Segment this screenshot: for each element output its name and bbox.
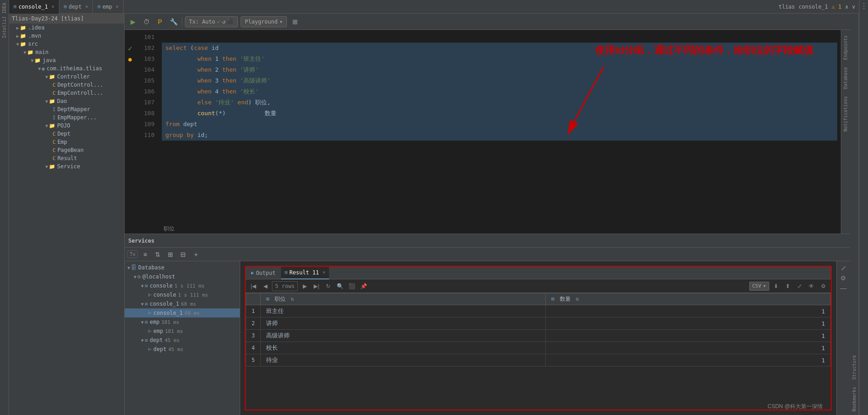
dao-icon: 📁 — [49, 98, 55, 104]
eye-btn[interactable]: 👁 — [806, 281, 816, 291]
svc-database[interactable]: ▼ 🗄 Database — [125, 263, 240, 272]
result-tab-close[interactable]: × — [323, 270, 325, 275]
database-tab[interactable]: Database — [842, 63, 849, 93]
tree-java[interactable]: ▼ 📁 java — [9, 56, 124, 64]
align-button[interactable]: ≡ — [140, 249, 150, 260]
tree-src[interactable]: ▼ 📁 src — [9, 40, 124, 48]
localhost-icon: ⚙ — [137, 273, 141, 280]
tree-idea[interactable]: ▶ 📁 .idea — [9, 24, 124, 32]
grid-button[interactable]: ⊞ — [165, 249, 176, 260]
tree-controller[interactable]: ▼ 📁 Controller — [9, 73, 124, 81]
nav-down[interactable]: ∨ — [852, 4, 855, 10]
th-shuliang[interactable]: ⊞ 数量 ⇅ — [546, 293, 831, 305]
java-label: java — [43, 57, 56, 63]
gutter-line-101 — [125, 32, 136, 43]
tab-console1[interactable]: ⊞ console_1 × — [9, 0, 59, 14]
deptmapper-label: DeptMapper — [58, 106, 90, 112]
csv-dropdown[interactable]: CSV ▾ — [749, 282, 770, 291]
wrench-button[interactable]: 🔧 — [168, 16, 179, 27]
minus-button[interactable]: ⊟ — [178, 249, 189, 260]
console1-sess-icon: ⊢ — [148, 310, 151, 316]
tab-console1-icon: ⊞ — [14, 4, 17, 10]
stop-btn[interactable]: ⬛ — [347, 281, 357, 291]
svc-console-group[interactable]: ▼ ≡ console 1 s 111 ms — [125, 281, 240, 290]
svc-dept-session[interactable]: ⊢ dept 45 ms — [125, 345, 240, 354]
svc-localhost[interactable]: ▼ ⚙ @localhost — [125, 272, 240, 281]
download-btn[interactable]: ⬇ — [771, 281, 781, 291]
last-page-btn[interactable]: ▶| — [311, 281, 321, 291]
tree-empcontrol[interactable]: C EmpControll... — [9, 89, 124, 97]
gutter-108 — [125, 108, 136, 119]
kw-then1: then — [222, 54, 236, 64]
expand-btn[interactable]: ⤢ — [795, 281, 805, 291]
th-zhiwei[interactable]: ⊞ 职位 ⇅ — [261, 293, 546, 305]
refresh-btn[interactable]: ↻ — [323, 281, 333, 291]
tree-dept[interactable]: C Dept — [9, 130, 124, 138]
tree-service[interactable]: ▼ 📁 Service — [9, 162, 124, 171]
tab-dept[interactable]: ⊞ dept × — [59, 0, 93, 14]
settings-btn[interactable]: ⚙ — [818, 281, 828, 291]
svc-console-session[interactable]: ⊢ console 1 s 111 ms — [125, 290, 240, 299]
run-button[interactable]: ▶ — [127, 16, 138, 27]
tab-dept-close[interactable]: × — [85, 4, 88, 9]
close-result-btn[interactable]: — — [839, 283, 849, 293]
pin-result-btn[interactable]: 📌 — [359, 281, 369, 291]
prev-page-btn[interactable]: ◀ — [260, 281, 270, 291]
more-options-icon[interactable]: ⋮ — [860, 2, 868, 10]
svc-dept-group[interactable]: ▼ ≡ dept 45 ms — [125, 336, 240, 345]
tree-dao[interactable]: ▼ 📁 Dao — [9, 97, 124, 105]
output-tab[interactable]: ▶ Output — [247, 267, 279, 279]
tree-result[interactable]: C Result — [9, 154, 124, 162]
project-label[interactable]: IntelliJ IDEA — [1, 1, 8, 40]
tx-dropdown[interactable]: Tx: Auto ✓ ↺ ⬛ — [185, 16, 238, 27]
tree-deptmapper[interactable]: I DeptMapper — [9, 105, 124, 113]
services-header: Services — [125, 234, 850, 248]
svc-console1-session[interactable]: ⊢ console_1 68 ms — [125, 308, 240, 317]
bookmarks-tab[interactable]: Bookmarks — [851, 383, 858, 415]
tree-pojo[interactable]: ▼ 📁 POJO — [9, 122, 124, 130]
pojo-arrow: ▼ — [45, 123, 48, 128]
timer-button[interactable]: ⏱ — [141, 16, 152, 27]
search-btn[interactable]: 🔍 — [335, 281, 345, 291]
first-page-btn[interactable]: |◀ — [248, 281, 258, 291]
expand-result-btn[interactable]: ⤢ — [839, 263, 849, 273]
notifications-tab[interactable]: Notifications — [842, 93, 849, 135]
services-panel: Services Tx ≡ ⇅ ⊞ ⊟ + — [125, 234, 850, 415]
playground-dropdown[interactable]: Playground ▾ — [241, 16, 286, 27]
svc-console1-group[interactable]: ▼ ≡ console_1 68 ms — [125, 299, 240, 308]
pin-button[interactable]: P — [155, 16, 165, 27]
settings-result-btn[interactable]: ⚙ — [839, 273, 849, 283]
str-gaoji: '高级讲师' — [240, 75, 271, 86]
th-rownum — [246, 293, 261, 305]
result-tab[interactable]: ⊞ Result 11 × — [281, 267, 329, 279]
nav-up[interactable]: ∧ — [845, 4, 849, 10]
add-button[interactable]: + — [190, 249, 201, 260]
svc-emp-session[interactable]: ⊢ emp 181 ms — [125, 327, 240, 336]
th-shuliang-sort[interactable]: ⇅ — [576, 296, 579, 302]
tree-empmapper[interactable]: I EmpMapper... — [9, 113, 124, 122]
tab-emp[interactable]: ⊞ emp × — [93, 0, 123, 14]
tree-deptcontrol[interactable]: C DeptControl... — [9, 81, 124, 89]
tree-pagebean[interactable]: C PageBean — [9, 146, 124, 154]
tree-emp[interactable]: C Emp — [9, 138, 124, 146]
structure-tab[interactable]: Structure — [851, 352, 858, 383]
fn-count: count — [197, 108, 215, 119]
upload-btn[interactable]: ⬆ — [783, 281, 793, 291]
tree-mvn[interactable]: ▶ 📁 .mvn — [9, 32, 124, 40]
result-table-container[interactable]: ⊞ 职位 ⇅ ⊞ 数量 ⇅ — [246, 293, 831, 410]
tab-console1-close[interactable]: × — [52, 4, 54, 9]
svc-emp-group[interactable]: ▼ ≡ emp 181 ms — [125, 317, 240, 327]
empctrl-icon: C — [53, 90, 56, 96]
th-zhiwei-sort[interactable]: ⇅ — [291, 296, 294, 302]
tab-emp-close[interactable]: × — [116, 4, 119, 9]
tree-main[interactable]: ▼ 📁 main — [9, 48, 124, 56]
emp-grp-icon: ≡ — [145, 319, 148, 325]
sort-button[interactable]: ⇅ — [152, 249, 163, 260]
code-content[interactable]: select ( case id when 1 then — [158, 30, 841, 234]
result-icon: ⊞ — [285, 269, 288, 275]
result-tbody: 1 班主任 1 2 讲师 1 3 高级讲师 1 4 校长 1 5 待业 1 — [246, 305, 831, 366]
tree-package[interactable]: ▼ ◉ com.itheima.tlias — [9, 64, 124, 73]
endpoints-tab[interactable]: Endpoints — [842, 32, 849, 63]
table-view-button[interactable]: ⊞ — [290, 16, 301, 27]
next-page-btn[interactable]: ▶ — [300, 281, 310, 291]
